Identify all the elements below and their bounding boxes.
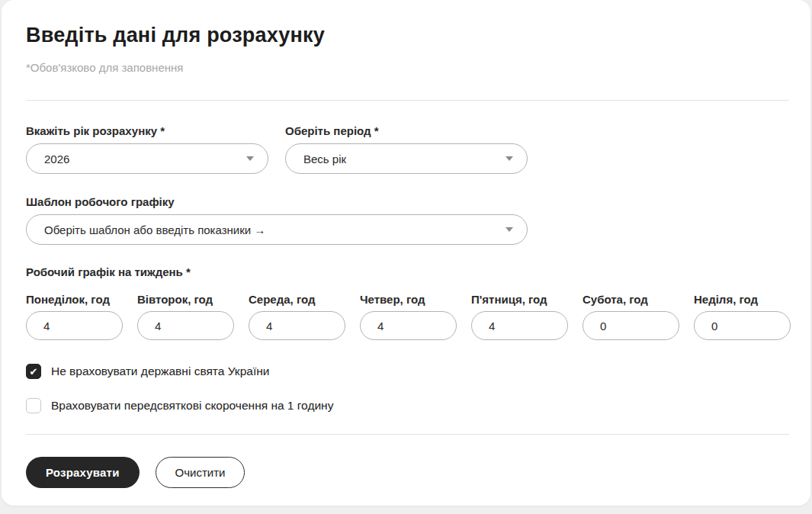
day-label: П'ятниця, год bbox=[471, 293, 568, 307]
template-select-placeholder: Оберіть шаблон або введіть показники → bbox=[44, 223, 499, 236]
sunday-hours-input[interactable] bbox=[694, 311, 791, 340]
year-label: Вкажіть рік розрахунку * bbox=[26, 124, 268, 138]
day-label: Понеділок, год bbox=[26, 293, 123, 307]
template-select[interactable]: Оберіть шаблон або введіть показники → bbox=[26, 214, 528, 245]
calculator-card: Введіть дані для розрахунку *Обов'язково… bbox=[2, 0, 810, 506]
day-column-sunday: Неділя, год bbox=[694, 293, 791, 340]
period-select[interactable]: Весь рік bbox=[285, 143, 528, 174]
day-column-tuesday: Вівторок, год bbox=[137, 293, 234, 340]
day-label: Неділя, год bbox=[694, 293, 791, 307]
dropdown-arrow-icon bbox=[505, 156, 513, 161]
day-column-friday: П'ятниця, год bbox=[471, 293, 568, 340]
monday-hours-input[interactable] bbox=[26, 311, 123, 340]
period-select-value: Весь рік bbox=[303, 153, 499, 165]
day-column-thursday: Четвер, год bbox=[360, 293, 457, 340]
preholiday-reduction-checkbox-row[interactable]: ✔ Враховувати передсвяткові скорочення н… bbox=[26, 398, 789, 413]
year-select-value: 2026 bbox=[44, 153, 240, 165]
divider-bottom bbox=[26, 434, 789, 435]
day-column-wednesday: Середа, год bbox=[249, 293, 345, 340]
clear-button[interactable]: Очистити bbox=[156, 457, 246, 488]
selects-labels-row: Вкажіть рік розрахунку * Оберіть період … bbox=[26, 124, 789, 138]
page-title: Введіть дані для розрахунку bbox=[26, 23, 789, 47]
week-grid: Понеділок, год Вівторок, год Середа, год… bbox=[26, 293, 791, 340]
divider-top bbox=[26, 100, 789, 101]
day-label: Середа, год bbox=[249, 293, 345, 307]
actions-row: Розрахувати Очистити bbox=[26, 457, 789, 488]
week-section-label: Робочий графік на тиждень * bbox=[26, 265, 789, 279]
day-label: Четвер, год bbox=[360, 293, 457, 307]
exclude-holidays-checkbox-row[interactable]: ✔ Не враховувати державні свята України bbox=[26, 364, 789, 379]
dropdown-arrow-icon bbox=[505, 227, 513, 232]
checkbox-checked-icon[interactable]: ✔ bbox=[26, 364, 41, 379]
preholiday-reduction-label: Враховувати передсвяткові скорочення на … bbox=[51, 399, 333, 413]
exclude-holidays-label: Не враховувати державні свята України bbox=[51, 365, 269, 378]
day-column-saturday: Субота, год bbox=[583, 293, 679, 340]
calculate-button[interactable]: Розрахувати bbox=[26, 457, 140, 488]
thursday-hours-input[interactable] bbox=[360, 311, 457, 340]
required-note: *Обов'язково для заповнення bbox=[26, 61, 789, 75]
year-select[interactable]: 2026 bbox=[26, 143, 268, 174]
checkbox-unchecked-icon[interactable]: ✔ bbox=[26, 398, 41, 413]
day-label: Субота, год bbox=[583, 293, 679, 307]
dropdown-arrow-icon bbox=[246, 156, 254, 161]
saturday-hours-input[interactable] bbox=[583, 311, 679, 340]
day-label: Вівторок, год bbox=[137, 293, 234, 307]
tuesday-hours-input[interactable] bbox=[137, 311, 234, 340]
friday-hours-input[interactable] bbox=[471, 311, 568, 340]
period-label: Оберіть період * bbox=[285, 124, 528, 138]
template-label: Шаблон робочого графіку bbox=[26, 195, 789, 209]
day-column-monday: Понеділок, год bbox=[26, 293, 123, 340]
card-content: Введіть дані для розрахунку *Обов'язково… bbox=[2, 23, 810, 488]
wednesday-hours-input[interactable] bbox=[249, 311, 345, 340]
selects-row: 2026 Весь рік bbox=[26, 143, 789, 174]
